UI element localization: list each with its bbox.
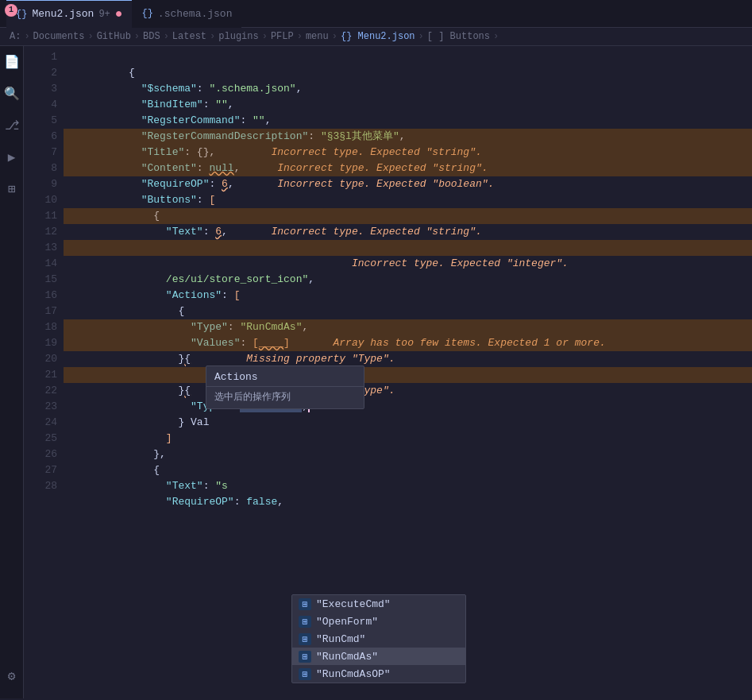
code-line-8: "RequireOP": 6, Incorrect type. Expected… — [64, 160, 752, 176]
breadcrumb-sep-5: › — [262, 31, 268, 42]
breadcrumb-sep-1: › — [87, 31, 93, 42]
autocomplete-icon-runcmd: ⊞ — [299, 633, 311, 645]
tab-label-schema: .schema.json — [158, 8, 233, 20]
tooltip-description: 选中后的操作序列 — [206, 387, 364, 408]
line-num-20: 20 — [24, 351, 57, 367]
autocomplete-dropdown[interactable]: ⊞ "ExecuteCmd" ⊞ "OpenForm" ⊞ "RunCmd" ⊞… — [291, 594, 466, 683]
breadcrumb-plugins: plugins — [218, 31, 258, 42]
autocomplete-item-openform[interactable]: ⊞ "OpenForm" — [292, 613, 465, 630]
autocomplete-item-runcmdasop[interactable]: ⊞ "RunCmdAsOP" — [292, 665, 465, 683]
code-line-14: /es/ui/store_sort_icon", — [64, 256, 752, 272]
code-line-5: "RegsterCommandDescription": "§3§l其他菜单", — [64, 113, 752, 129]
activity-debug-icon[interactable]: ▶ — [2, 148, 21, 167]
autocomplete-item-executecmd[interactable]: ⊞ "ExecuteCmd" — [292, 595, 465, 613]
line-num-27: 27 — [24, 462, 57, 478]
code-line-19: }{ Missing property "Type". — [64, 335, 752, 351]
tab-menu2[interactable]: 1 {} Menu2.json 9+ ● — [6, 0, 132, 28]
line-num-2: 2 — [24, 65, 57, 81]
code-line-9: "Buttons": [ — [64, 176, 752, 192]
breadcrumb-sep-3: › — [164, 31, 169, 42]
breadcrumb-sep-8: › — [418, 31, 424, 42]
line-num-17: 17 — [24, 304, 57, 319]
line-num-25: 25 — [24, 431, 57, 447]
code-line-13: Incorrect type. Expected "integer". — [64, 240, 752, 256]
tooltip-popup: Actions 选中后的操作序列 — [206, 365, 364, 409]
activity-files-icon[interactable]: 📄 — [2, 52, 21, 72]
line-numbers: 1 2 3 4 5 6 7 8 9 10 11 12 13 14 15 16 1… — [24, 46, 64, 698]
breadcrumb-documents: Documents — [33, 31, 85, 42]
autocomplete-icon-openform: ⊞ — [299, 616, 311, 628]
line-num-18: 18 — [24, 319, 57, 335]
tab-schema[interactable]: {} .schema.json — [132, 0, 241, 28]
line-num-8: 8 — [24, 160, 57, 176]
breadcrumb: A: › Documents › GitHub › BDS › Latest ›… — [0, 28, 752, 46]
autocomplete-label-openform: "OpenForm" — [316, 616, 378, 628]
line-num-5: 5 — [24, 113, 57, 129]
code-line-4: "RegsterCommand": "", — [64, 97, 752, 113]
activity-search-icon[interactable]: 🔍 — [2, 84, 21, 103]
autocomplete-label-runcmdas: "RunCmdAs" — [316, 651, 378, 663]
line-num-7: 7 — [24, 145, 57, 160]
line-num-6: 6 — [24, 129, 57, 145]
autocomplete-icon-runcmdasop: ⊞ — [299, 668, 311, 680]
code-line-25: }, — [64, 431, 752, 447]
code-line-26: { — [64, 447, 752, 462]
tab-icon-menu2: {} — [16, 9, 27, 20]
line-num-16: 16 — [24, 288, 57, 304]
line-num-11: 11 — [24, 208, 57, 224]
autocomplete-item-runcmdas[interactable]: ⊞ "RunCmdAs" — [292, 648, 465, 665]
code-line-21: }{ Missing property "Type". — [64, 367, 752, 383]
code-line-15: "Actions": [ — [64, 272, 752, 288]
line-num-10: 10 — [24, 192, 57, 208]
tab-bar: 1 {} Menu2.json 9+ ● {} .schema.json — [0, 0, 752, 28]
autocomplete-label-executecmd: "ExecuteCmd" — [316, 598, 391, 610]
activity-extensions-icon[interactable]: ⊞ — [2, 180, 21, 199]
tab-label-menu2: Menu2.json — [32, 8, 94, 20]
code-line-6: "Title": {}, Incorrect type. Expected "s… — [64, 129, 752, 145]
activity-settings-icon[interactable]: ⚙ — [2, 667, 21, 686]
breadcrumb-sep-4: › — [210, 31, 215, 42]
editor-area[interactable]: 1 2 3 4 5 6 7 8 9 10 11 12 13 14 15 16 1… — [24, 46, 752, 698]
line-num-12: 12 — [24, 224, 57, 240]
line-num-1: 1 — [24, 49, 57, 65]
breadcrumb-sep-7: › — [332, 31, 337, 42]
line-num-28: 28 — [24, 478, 57, 494]
line-num-15: 15 — [24, 272, 57, 288]
code-line-23: } Val — [64, 399, 752, 415]
code-content[interactable]: { "$schema": ".schema.json", "BindItem":… — [64, 46, 752, 698]
code-line-10: { — [64, 192, 752, 208]
line-num-21: 21 — [24, 367, 57, 383]
line-num-4: 4 — [24, 97, 57, 113]
autocomplete-icon-runcmdas: ⊞ — [299, 651, 311, 663]
breadcrumb-menu: menu — [306, 31, 329, 42]
breadcrumb-bds: BDS — [143, 31, 160, 42]
line-num-9: 9 — [24, 176, 57, 192]
code-line-3: "BindItem": "", — [64, 81, 752, 97]
code-line-7: "Content": null, Incorrect type. Expecte… — [64, 145, 752, 160]
code-line-11: "Text": 6, Incorrect type. Expected "str… — [64, 208, 752, 224]
tab-modified-count: 9+ — [98, 9, 110, 20]
breadcrumb-sep-9: › — [493, 31, 499, 42]
line-num-13: 13 — [24, 240, 57, 256]
tab-dot-menu2: ● — [115, 8, 123, 21]
autocomplete-item-runcmd[interactable]: ⊞ "RunCmd" — [292, 630, 465, 648]
breadcrumb-latest: Latest — [172, 31, 206, 42]
code-line-17: "Type": "RunCmdAs", — [64, 304, 752, 319]
code-line-20 — [64, 351, 752, 367]
breadcrumb-drive: A: — [10, 31, 21, 42]
activity-git-icon[interactable]: ⎇ — [2, 116, 21, 135]
code-line-12 — [64, 224, 752, 240]
code-view: 1 2 3 4 5 6 7 8 9 10 11 12 13 14 15 16 1… — [24, 46, 752, 698]
line-num-3: 3 — [24, 81, 57, 97]
breadcrumb-buttons: [ ] Buttons — [427, 31, 490, 42]
code-line-18: "Values": [____] Array has too few items… — [64, 319, 752, 335]
code-line-27: "Text": "s — [64, 462, 752, 478]
tab-icon-schema: {} — [141, 8, 152, 19]
code-line-28: "RequireOP": false, — [64, 478, 752, 494]
autocomplete-label-runcmdasop: "RunCmdAsOP" — [316, 668, 391, 680]
line-num-26: 26 — [24, 447, 57, 462]
line-num-23: 23 — [24, 399, 57, 415]
code-line-1: { — [64, 49, 752, 65]
activity-bar: 📄 🔍 ⎇ ▶ ⊞ ⚙ — [0, 46, 24, 698]
editor-container: 📄 🔍 ⎇ ▶ ⊞ ⚙ 1 2 3 4 5 6 7 8 9 10 11 12 1… — [0, 46, 752, 698]
